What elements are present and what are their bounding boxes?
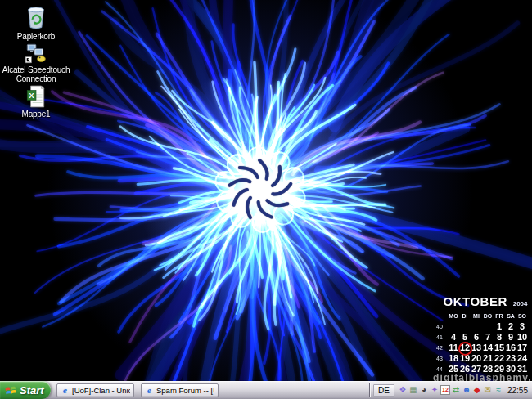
calendar-day-header: SA <box>505 311 516 321</box>
desktop-icon-papierkorb[interactable]: Papierkorb <box>0 2 72 41</box>
graphics-utility-icon[interactable]: ✦ <box>430 385 440 395</box>
calendar-weeknum-header <box>435 311 448 321</box>
device-status-icon[interactable]: ▦ <box>408 385 418 395</box>
desktop-icon-label: Mappe1 <box>0 110 72 119</box>
calendar-day: 15 <box>494 343 505 353</box>
calendar-day: 9 <box>505 332 516 343</box>
calendar-day: 1 <box>494 321 505 332</box>
tray-divider <box>369 383 371 397</box>
taskbar-window-button[interactable]: Spam Forum -- [UoF]-... <box>141 383 219 397</box>
calendar-month: OKTOBER <box>443 294 507 308</box>
calendar-week-number: 41 <box>435 332 448 343</box>
calendar-date-icon[interactable]: 12 <box>440 385 450 395</box>
calendar-day: 21 <box>482 353 494 364</box>
calendar-week-number: 40 <box>435 321 448 332</box>
calendar-day: 4 <box>448 332 459 343</box>
calendar-day: 10 <box>516 332 528 343</box>
desktop-icon-alcatel-speedtouch[interactable]: Alcatel Speedtouch Connection <box>0 43 72 83</box>
calendar-week-number: 43 <box>435 353 448 364</box>
calendar-day-header: MO <box>448 311 459 321</box>
calendar-day-header: SO <box>516 311 528 321</box>
calendar-day: 6 <box>471 332 482 343</box>
calendar-day: 11 <box>448 343 459 353</box>
taskbar-clock[interactable]: 22:55 <box>507 386 528 395</box>
calendar-day-header: MI <box>471 311 482 321</box>
calendar-day: 16 <box>505 343 516 353</box>
calendar-header: OKTOBER 2004 <box>435 294 529 308</box>
calendar-day <box>459 321 471 332</box>
recycle-bin-icon <box>0 2 72 30</box>
calendar-day-header: DO <box>482 311 494 321</box>
system-tray: DE ❖▦◕✦12⇄☻◆✉≈ 22:55 <box>369 381 532 399</box>
language-indicator[interactable]: DE <box>373 384 394 397</box>
svg-text:X: X <box>29 91 34 100</box>
antivirus-icon[interactable]: ◆ <box>472 385 482 395</box>
calendar-day <box>471 321 482 332</box>
desktop-icon-label: Alcatel Speedtouch Connection <box>0 65 72 83</box>
speedtouch-icon[interactable]: ≈ <box>494 385 503 395</box>
windows-logo-icon <box>5 384 17 397</box>
taskbar-window-buttons: [UoF]-Clan - Union of...Spam Forum -- [U… <box>56 383 219 397</box>
updates-icon[interactable]: ⇄ <box>451 385 461 395</box>
dialup-connection-icon <box>0 43 72 64</box>
desktop-icon-mappe1[interactable]: X Mappe1 <box>0 85 72 119</box>
calendar-year: 2004 <box>513 300 528 307</box>
taskbar-window-button[interactable]: [UoF]-Clan - Union of... <box>56 383 134 397</box>
calendar-day: 13 <box>471 343 482 353</box>
calendar-day: 17 <box>516 343 528 353</box>
excel-workbook-icon: X <box>0 85 72 108</box>
calendar-day: 3 <box>516 321 528 332</box>
desktop-icon-label: Papierkorb <box>0 32 72 41</box>
calendar-day: 22 <box>494 353 505 364</box>
calendar-widget: OKTOBER 2004 MODIMIDOFRSASO4012341456789… <box>435 294 529 374</box>
calendar-day: 23 <box>505 353 516 364</box>
taskbar-window-title: Spam Forum -- [UoF]-... <box>156 386 214 395</box>
calendar-day-header: DI <box>459 311 471 321</box>
calendar-grid: MODIMIDOFRSASO40123414567891042111213141… <box>435 311 529 374</box>
calendar-day: 7 <box>482 332 494 343</box>
tray-icon-area: ❖▦◕✦12⇄☻◆✉≈ <box>398 385 503 395</box>
start-label: Start <box>20 384 44 397</box>
power-meter-icon[interactable]: ◕ <box>419 385 429 395</box>
start-button[interactable]: Start <box>0 381 51 399</box>
calendar-day <box>448 321 459 332</box>
calendar-day-header: FR <box>494 311 505 321</box>
calendar-day: 20 <box>471 353 482 364</box>
mail-icon[interactable]: ✉ <box>483 385 493 395</box>
calendar-day: 18 <box>448 353 459 364</box>
calendar-day: 8 <box>494 332 505 343</box>
taskbar-window-title: [UoF]-Clan - Union of... <box>72 386 130 395</box>
desktop: Papierkorb Alcatel Speedtouch Connection <box>0 0 532 399</box>
internet-explorer-icon <box>145 386 154 395</box>
calendar-week-number: 42 <box>435 343 448 353</box>
internet-explorer-icon <box>61 386 70 395</box>
calendar-day: 14 <box>482 343 494 353</box>
calendar-day: 24 <box>516 353 528 364</box>
calendar-day: 2 <box>505 321 516 332</box>
calendar-day: 12 <box>459 343 471 353</box>
calendar-day <box>482 321 494 332</box>
messenger-icon[interactable]: ☻ <box>462 385 471 395</box>
app-cube-icon[interactable]: ❖ <box>398 385 408 395</box>
taskbar: Start [UoF]-Clan - Union of...Spam Forum… <box>0 381 532 399</box>
